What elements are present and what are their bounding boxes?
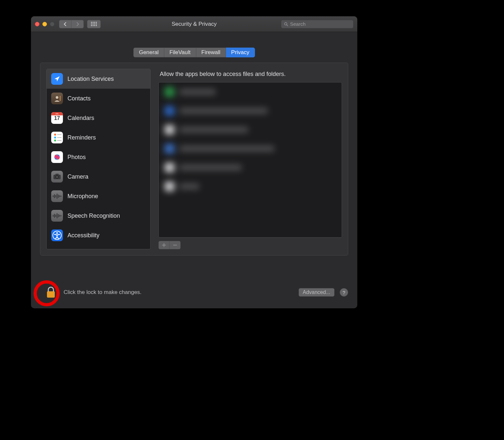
sidebar-item-label: Speech Recognition [67,213,120,219]
sidebar-item-label: Contacts [67,95,91,102]
speech-icon [51,210,63,222]
help-button[interactable]: ? [340,288,348,297]
calendar-icon: JUL 17 [51,112,63,124]
preferences-window: Security & Privacy General FileVault Fir… [31,16,357,308]
minus-icon [173,243,177,247]
camera-icon [51,171,63,183]
list-item [159,158,342,177]
svg-point-15 [56,176,58,178]
sidebar-item-label: Microphone [67,193,98,200]
minimize-window-button[interactable] [42,22,47,26]
search-icon [284,22,288,26]
sidebar-item-label: Reminders [67,134,96,141]
svg-rect-36 [47,296,55,297]
lock-hint-text: Click the lock to make changes. [64,289,141,296]
svg-point-31 [56,232,58,234]
svg-rect-13 [55,174,59,175]
sidebar-item-microphone[interactable]: Microphone [47,186,150,206]
tab-filevault[interactable]: FileVault [164,48,196,57]
grid-icon [91,22,97,26]
svg-rect-33 [47,292,55,293]
sidebar-item-camera[interactable]: Camera [47,167,150,186]
main-panel: Location Services Contacts JUL 17 Calend… [40,63,348,256]
reminders-icon [51,132,63,143]
list-item [159,139,342,158]
sidebar-item-contacts[interactable]: Contacts [47,89,150,108]
chevron-right-icon [76,22,79,26]
tab-bar: General FileVault Firewall Privacy [31,48,357,57]
photos-icon [51,151,63,163]
sidebar-item-reminders[interactable]: Reminders [47,128,150,147]
list-item [159,82,342,101]
sidebar-item-label: Calendars [67,115,94,122]
nav-buttons [59,20,84,28]
list-item [159,120,342,139]
contacts-icon [51,93,63,104]
sidebar-item-photos[interactable]: Photos [47,147,150,167]
back-button[interactable] [59,20,71,28]
svg-rect-3 [60,96,61,101]
search-field[interactable] [281,20,353,28]
forward-button[interactable] [71,20,84,28]
sidebar-item-location-services[interactable]: Location Services [47,69,150,89]
app-permissions-list[interactable] [158,82,342,238]
sidebar-item-label: Accessibility [67,232,99,239]
content-description: Allow the apps below to access files and… [160,71,342,78]
sidebar-item-label: Camera [67,173,88,180]
tab-general[interactable]: General [133,48,164,57]
content-area: Allow the apps below to access files and… [158,69,342,249]
svg-rect-35 [47,295,55,296]
sidebar-item-label: Photos [67,154,86,161]
list-item [159,101,342,120]
lock-button[interactable] [45,286,56,299]
advanced-button[interactable]: Advanced... [299,288,335,297]
privacy-category-list[interactable]: Location Services Contacts JUL 17 Calend… [46,69,151,249]
footer: Click the lock to make changes. Advanced… [31,280,357,308]
show-all-button[interactable] [87,20,101,28]
tab-firewall[interactable]: Firewall [196,48,226,57]
zoom-window-button[interactable] [50,22,54,26]
svg-line-1 [287,24,288,25]
remove-app-button[interactable] [170,241,181,249]
plus-icon [162,243,166,247]
svg-rect-34 [47,294,55,294]
lock-icon [45,286,56,299]
chevron-left-icon [64,22,67,26]
microphone-icon [51,190,63,202]
window-controls [35,22,54,26]
titlebar: Security & Privacy [31,16,357,32]
sidebar-item-speech-recognition[interactable]: Speech Recognition [47,206,150,226]
sidebar-item-label: Location Services [67,76,114,82]
sidebar-item-calendars[interactable]: JUL 17 Calendars [47,108,150,128]
sidebar-item-accessibility[interactable]: Accessibility [47,226,150,245]
close-window-button[interactable] [35,22,39,26]
accessibility-icon [51,229,63,241]
search-input[interactable] [290,21,350,27]
tab-privacy[interactable]: Privacy [226,48,255,57]
add-app-button[interactable] [158,241,170,249]
svg-point-2 [56,96,58,99]
list-item [159,177,342,196]
add-remove-controls [158,241,342,249]
location-icon [51,73,63,85]
